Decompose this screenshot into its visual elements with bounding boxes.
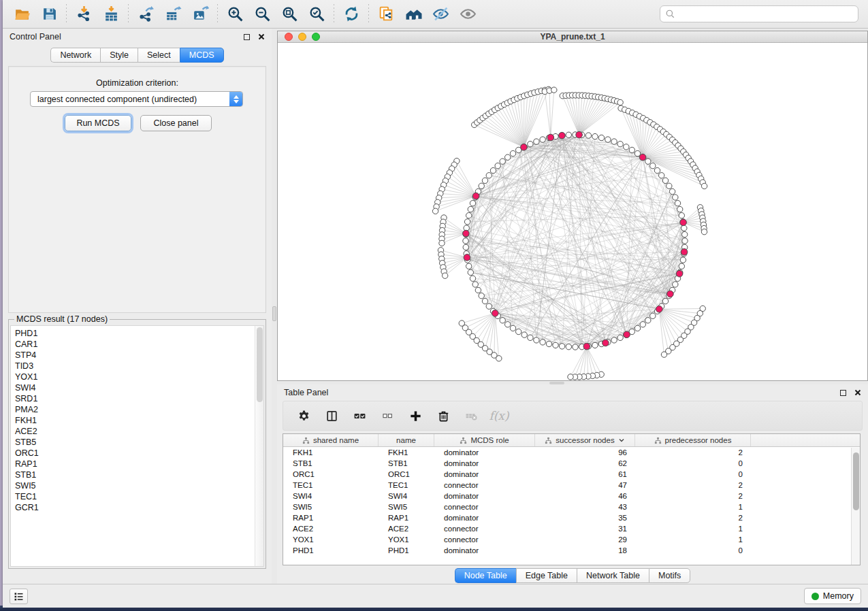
- network-node[interactable]: [654, 167, 660, 173]
- network-node[interactable]: [516, 329, 521, 334]
- mcds-result-item[interactable]: PMA2: [15, 404, 263, 415]
- delete-columns-button[interactable]: [434, 406, 453, 426]
- network-node[interactable]: [629, 147, 634, 152]
- table-mode-button[interactable]: [294, 406, 313, 426]
- network-node[interactable]: [468, 206, 473, 212]
- mcds-dominator-node[interactable]: [656, 306, 663, 313]
- clone-network-button[interactable]: [372, 3, 400, 26]
- mcds-dominator-node[interactable]: [602, 340, 609, 346]
- mcds-result-item[interactable]: TEC1: [15, 491, 263, 502]
- hide-selected-button[interactable]: [427, 3, 454, 26]
- network-node[interactable]: [611, 337, 617, 343]
- mcds-dominator-node[interactable]: [464, 254, 470, 261]
- float-table-panel-icon[interactable]: [840, 390, 846, 396]
- network-node[interactable]: [528, 142, 533, 147]
- search-box[interactable]: [660, 5, 858, 22]
- mcds-dominator-node[interactable]: [559, 132, 566, 139]
- column-header-shared-name[interactable]: shared name: [283, 434, 379, 446]
- zoom-fit-button[interactable]: [276, 3, 303, 26]
- tab-mcds[interactable]: MCDS: [180, 48, 224, 63]
- network-node[interactable]: [573, 344, 578, 350]
- deselect-all-button[interactable]: [378, 406, 397, 426]
- open-session-button[interactable]: [8, 3, 35, 26]
- memory-button[interactable]: Memory: [804, 588, 861, 604]
- network-node[interactable]: [682, 231, 688, 237]
- close-panel-icon[interactable]: [258, 31, 265, 43]
- network-node[interactable]: [605, 137, 611, 142]
- refresh-layout-button[interactable]: [338, 3, 365, 26]
- zoom-selected-button[interactable]: [303, 3, 330, 26]
- network-node[interactable]: [510, 150, 515, 156]
- network-node[interactable]: [479, 293, 484, 299]
- network-node[interactable]: [677, 206, 683, 212]
- mcds-dominator-node[interactable]: [463, 230, 470, 237]
- mcds-result-item[interactable]: CAR1: [15, 339, 263, 350]
- table-row[interactable]: SWI4SWI4dominator462: [283, 491, 860, 501]
- export-network-button[interactable]: [132, 3, 159, 26]
- add-column-button[interactable]: [406, 406, 425, 426]
- network-node[interactable]: [666, 183, 672, 188]
- network-node[interactable]: [611, 139, 617, 144]
- network-node[interactable]: [592, 133, 598, 139]
- network-node[interactable]: [475, 287, 481, 293]
- network-node[interactable]: [534, 337, 539, 343]
- network-node[interactable]: [482, 178, 487, 183]
- show-hide-columns-button[interactable]: [322, 406, 341, 426]
- network-node[interactable]: [634, 150, 640, 156]
- mcds-dominator-node[interactable]: [681, 249, 688, 256]
- network-node[interactable]: [673, 282, 678, 287]
- leaf-node[interactable]: [568, 374, 573, 380]
- network-node[interactable]: [624, 144, 629, 150]
- table-row[interactable]: ACE2ACE2connector311: [283, 523, 860, 534]
- leaf-node[interactable]: [439, 240, 445, 246]
- mcds-result-item[interactable]: SWI5: [15, 480, 263, 491]
- mcds-result-item[interactable]: SRD1: [15, 393, 263, 404]
- column-header-successor-nodes[interactable]: successor nodes: [535, 434, 635, 446]
- network-node[interactable]: [470, 276, 475, 281]
- tab-edge-table[interactable]: Edge Table: [516, 568, 577, 583]
- mcds-dominator-node[interactable]: [576, 131, 583, 138]
- network-node[interactable]: [645, 159, 651, 164]
- network-node[interactable]: [680, 257, 686, 263]
- network-node[interactable]: [521, 332, 527, 337]
- mcds-result-item[interactable]: ORC1: [15, 448, 263, 459]
- select-all-button[interactable]: [350, 406, 369, 426]
- run-mcds-button[interactable]: Run MCDS: [65, 115, 131, 131]
- mcds-dominator-node[interactable]: [521, 144, 528, 151]
- mcds-dominator-node[interactable]: [667, 291, 674, 297]
- network-node[interactable]: [598, 135, 604, 140]
- network-node[interactable]: [546, 341, 551, 346]
- network-node[interactable]: [662, 178, 668, 183]
- leaf-node[interactable]: [701, 229, 707, 235]
- tab-network[interactable]: Network: [50, 48, 100, 63]
- save-session-button[interactable]: [35, 3, 63, 26]
- column-header-name[interactable]: name: [379, 434, 434, 446]
- leaf-node[interactable]: [551, 87, 557, 93]
- close-panel-button[interactable]: Close panel: [140, 115, 212, 131]
- network-node[interactable]: [645, 318, 651, 323]
- network-node[interactable]: [468, 269, 473, 275]
- table-row[interactable]: ORC1ORC1dominator610: [283, 469, 860, 480]
- network-node[interactable]: [682, 238, 688, 244]
- table-scrollbar[interactable]: [851, 448, 860, 565]
- mcds-dominator-node[interactable]: [492, 310, 499, 317]
- export-table-button[interactable]: [159, 3, 187, 26]
- network-node[interactable]: [505, 322, 511, 327]
- network-node[interactable]: [486, 303, 492, 309]
- network-node[interactable]: [479, 183, 484, 188]
- table-row[interactable]: SWI5SWI5connector431: [283, 501, 860, 512]
- network-canvas[interactable]: [278, 43, 867, 380]
- network-node[interactable]: [495, 163, 500, 169]
- network-node[interactable]: [650, 163, 656, 169]
- network-node[interactable]: [466, 263, 472, 269]
- leaf-node[interactable]: [443, 273, 448, 278]
- mcds-list-scrollbar[interactable]: [255, 326, 263, 566]
- network-node[interactable]: [463, 238, 468, 244]
- leaf-node[interactable]: [701, 183, 707, 188]
- table-row[interactable]: PHD1PHD1dominator180: [283, 545, 860, 556]
- column-header-predecessor-nodes[interactable]: predecessor nodes: [635, 434, 751, 446]
- network-node[interactable]: [482, 298, 487, 303]
- mcds-result-item[interactable]: SWI4: [15, 382, 263, 393]
- mcds-result-list[interactable]: PHD1CAR1STP4TID3YOX1SWI4SRD1PMA2FKH1ACE2…: [10, 325, 264, 567]
- mcds-dominator-node[interactable]: [680, 219, 687, 226]
